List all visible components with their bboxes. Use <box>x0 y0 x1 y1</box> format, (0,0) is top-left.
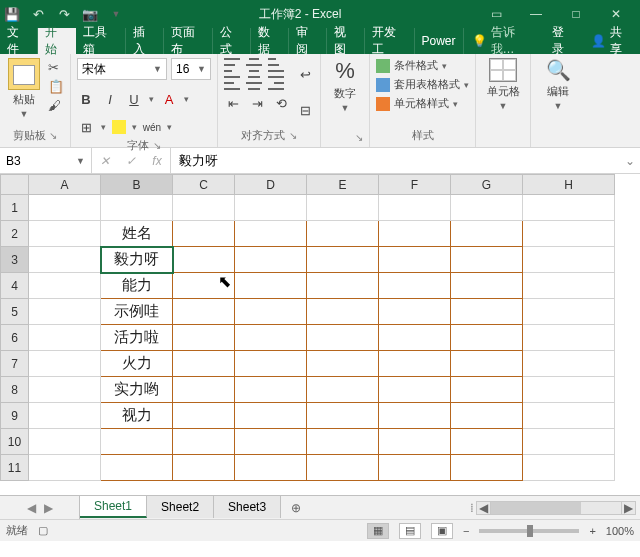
cell[interactable] <box>307 221 379 247</box>
cell[interactable] <box>235 403 307 429</box>
cell[interactable] <box>523 403 615 429</box>
cell[interactable] <box>307 325 379 351</box>
cell[interactable] <box>29 351 101 377</box>
italic-button[interactable]: I <box>101 90 119 108</box>
cell[interactable] <box>101 429 173 455</box>
cell[interactable] <box>173 429 235 455</box>
zoom-out-button[interactable]: − <box>463 525 469 537</box>
col-header[interactable]: C <box>173 175 235 195</box>
paste-button[interactable]: 粘贴 ▼ <box>6 58 42 126</box>
cell[interactable] <box>235 351 307 377</box>
cell[interactable] <box>451 195 523 221</box>
cell[interactable]: 毅力呀 <box>101 247 173 273</box>
cell[interactable] <box>29 299 101 325</box>
sheet-next-icon[interactable]: ▶ <box>44 501 53 515</box>
table-format-button[interactable]: 套用表格格式▾ <box>376 77 469 92</box>
qat-dropdown-icon[interactable]: ▼ <box>108 6 124 22</box>
col-header[interactable]: G <box>451 175 523 195</box>
cell[interactable] <box>379 325 451 351</box>
cell[interactable] <box>307 429 379 455</box>
cut-icon[interactable]: ✂ <box>48 60 64 75</box>
cell[interactable] <box>379 351 451 377</box>
cell[interactable] <box>451 429 523 455</box>
cell[interactable] <box>451 273 523 299</box>
cell[interactable] <box>173 299 235 325</box>
cell[interactable] <box>523 351 615 377</box>
share-button[interactable]: 👤共享 <box>583 28 640 54</box>
cell[interactable] <box>307 195 379 221</box>
row-header[interactable]: 9 <box>1 403 29 429</box>
cell[interactable] <box>29 273 101 299</box>
font-color-button[interactable]: A <box>160 90 178 108</box>
cell[interactable] <box>29 455 101 481</box>
cell[interactable] <box>307 273 379 299</box>
cell[interactable] <box>29 247 101 273</box>
row-header[interactable]: 4 <box>1 273 29 299</box>
row-header[interactable]: 10 <box>1 429 29 455</box>
col-header[interactable]: F <box>379 175 451 195</box>
cell[interactable] <box>29 195 101 221</box>
row-header[interactable]: 2 <box>1 221 29 247</box>
orientation-button[interactable]: ⟲ <box>272 94 290 112</box>
cell[interactable] <box>173 195 235 221</box>
cell[interactable] <box>379 429 451 455</box>
fx-icon[interactable]: fx <box>144 154 170 168</box>
cell[interactable] <box>451 299 523 325</box>
row-header[interactable]: 8 <box>1 377 29 403</box>
cell[interactable] <box>379 195 451 221</box>
cell[interactable] <box>379 403 451 429</box>
cell[interactable] <box>235 247 307 273</box>
cell[interactable] <box>101 455 173 481</box>
cancel-formula-icon[interactable]: ✕ <box>92 154 118 168</box>
expand-formula-icon[interactable]: ⌄ <box>620 148 640 173</box>
col-header[interactable]: B <box>101 175 173 195</box>
sheet-tab[interactable]: Sheet2 <box>147 495 214 518</box>
cell[interactable] <box>307 377 379 403</box>
tab-home[interactable]: 开始 <box>38 28 76 54</box>
cell[interactable] <box>235 299 307 325</box>
cell[interactable] <box>173 403 235 429</box>
zoom-in-button[interactable]: + <box>589 525 595 537</box>
cell[interactable] <box>173 325 235 351</box>
cell[interactable] <box>451 351 523 377</box>
cell[interactable] <box>173 221 235 247</box>
underline-button[interactable]: U <box>125 90 143 108</box>
view-pagebreak-button[interactable]: ▣ <box>431 523 453 539</box>
col-header[interactable]: D <box>235 175 307 195</box>
cell[interactable]: 火力 <box>101 351 173 377</box>
cell[interactable]: 活力啦 <box>101 325 173 351</box>
sheet-prev-icon[interactable]: ◀ <box>27 501 36 515</box>
row-header[interactable]: 1 <box>1 195 29 221</box>
cell[interactable] <box>379 299 451 325</box>
tab-data[interactable]: 数据 <box>251 28 289 54</box>
tab-view[interactable]: 视图 <box>327 28 365 54</box>
tab-dev[interactable]: 开发工 <box>365 28 415 54</box>
merge-button[interactable]: ⊟ <box>296 101 314 119</box>
cell[interactable] <box>173 273 235 299</box>
col-header[interactable]: E <box>307 175 379 195</box>
cell[interactable] <box>173 455 235 481</box>
macro-record-icon[interactable]: ▢ <box>38 524 48 537</box>
camera-icon[interactable]: 📷 <box>82 6 98 22</box>
font-name-select[interactable]: 宋体▼ <box>77 58 167 80</box>
cell[interactable] <box>29 429 101 455</box>
cell[interactable] <box>235 429 307 455</box>
tab-formula[interactable]: 公式 <box>213 28 251 54</box>
row-header[interactable]: 6 <box>1 325 29 351</box>
cell[interactable] <box>451 247 523 273</box>
col-header[interactable]: H <box>523 175 615 195</box>
sheet-tab[interactable]: Sheet1 <box>80 495 147 518</box>
cell[interactable] <box>523 299 615 325</box>
tab-review[interactable]: 审阅 <box>289 28 327 54</box>
accept-formula-icon[interactable]: ✓ <box>118 154 144 168</box>
cell[interactable] <box>101 195 173 221</box>
view-normal-button[interactable]: ▦ <box>367 523 389 539</box>
align-left-button[interactable] <box>224 76 240 90</box>
cell[interactable] <box>451 455 523 481</box>
cell[interactable] <box>523 195 615 221</box>
cell[interactable] <box>379 247 451 273</box>
bold-button[interactable]: B <box>77 90 95 108</box>
cell[interactable] <box>523 377 615 403</box>
sheet-nav[interactable]: ◀▶ <box>0 496 80 519</box>
fill-color-button[interactable] <box>112 120 126 134</box>
